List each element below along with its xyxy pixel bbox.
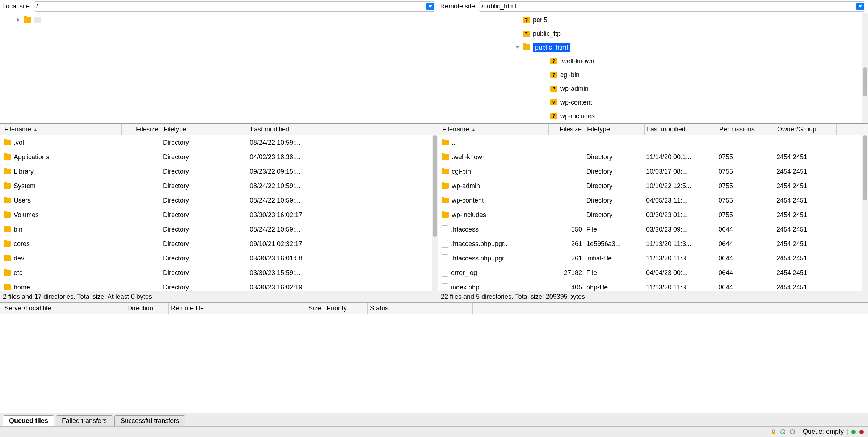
tree-item[interactable]: ?wp-includes [438,109,868,123]
tab-successful-transfers[interactable]: Successful transfers [114,415,185,426]
list-item[interactable]: error_log27182File04/04/23 00:...0644245… [438,266,868,280]
local-tree[interactable]: / [0,13,438,124]
list-item[interactable]: .htaccess550File03/30/23 09:...06442454 … [438,222,868,237]
local-col-filetype[interactable]: Filetype [161,124,248,135]
local-site-label: Local site: [2,3,31,10]
list-item[interactable]: wp-adminDirectory10/10/22 12:5...0755245… [438,179,868,193]
svg-point-2 [790,430,795,434]
tree-item[interactable]: ?wp-content [438,96,868,109]
owner: 2454 2451 [775,182,837,190]
list-item[interactable]: .htaccess.phpupgr..261initial-file11/13/… [438,251,868,266]
filetype: Directory [161,255,248,262]
queue-col-priority[interactable]: Priority [324,303,368,314]
expand-icon[interactable] [16,18,21,22]
list-item[interactable]: .volDirectory08/24/22 10:59:... [0,135,438,150]
list-item[interactable]: etcDirectory03/30/23 15:59:... [0,266,438,280]
list-item[interactable]: SystemDirectory08/24/22 10:59:... [0,179,438,193]
queue-headers[interactable]: Server/Local file Direction Remote file … [0,302,868,314]
filetype: Directory [161,182,248,190]
list-item[interactable]: index.php405php-file11/13/20 11:3...0644… [438,280,868,291]
modified: 11/13/20 11:3... [645,284,717,291]
filename: .well-known [452,153,486,161]
modified: 08/24/22 10:59:... [248,197,335,204]
tree-item[interactable]: ?cgi-bin [438,68,868,82]
list-item[interactable]: .well-knownDirectory11/14/20 00:1...0755… [438,150,868,164]
remote-scrollbar[interactable] [862,135,868,291]
filetype: Directory [585,211,645,219]
filename: Volumes [14,211,39,219]
tree-item[interactable]: public_html [438,41,868,54]
remote-site-label: Remote site: [440,3,477,10]
tree-item[interactable]: ?perl5 [438,13,868,27]
list-item[interactable]: .. [438,135,868,150]
filter-icon[interactable] [789,429,795,435]
list-item[interactable]: VolumesDirectory03/30/23 16:02:17 [0,208,438,222]
folder-selected-icon [34,17,41,23]
list-item[interactable]: binDirectory08/24/22 10:59:... [0,222,438,237]
list-item[interactable]: coresDirectory09/10/21 02:32:17 [0,237,438,251]
filename: wp-admin [452,182,480,190]
local-col-filename[interactable]: Filename▲ [2,124,122,135]
permissions: 0644 [717,255,775,262]
local-list-headers[interactable]: Filename▲ Filesize Filetype Last modifie… [0,124,438,135]
tree-item[interactable]: ?wp-admin [438,82,868,96]
list-item[interactable]: wp-includesDirectory03/30/23 01:...07552… [438,208,868,222]
modified: 08/24/22 10:59:... [248,226,335,233]
local-col-modified[interactable]: Last modified [248,124,335,135]
tree-label: wp-content [560,99,592,106]
list-item[interactable]: UsersDirectory08/24/22 10:59:... [0,193,438,208]
tab-queued-files[interactable]: Queued files [3,415,54,426]
folder-icon [442,140,449,145]
refresh-icon[interactable] [780,429,786,435]
tree-label: public_ftp [533,30,561,38]
lock-icon[interactable] [771,429,776,435]
local-path-dropdown-button[interactable] [426,3,434,10]
remote-col-owner[interactable]: Owner/Group [775,124,837,135]
list-item[interactable]: cgi-binDirectory10/03/17 08:...07552454 … [438,164,868,179]
remote-col-permissions[interactable]: Permissions [717,124,775,135]
remote-path-dropdown-button[interactable] [856,3,864,10]
queue-col-server[interactable]: Server/Local file [2,303,125,314]
collapse-icon[interactable] [515,46,520,49]
queue-col-status[interactable]: Status [368,303,473,314]
folder-icon [4,169,11,174]
list-item[interactable]: LibraryDirectory09/23/22 09:15:... [0,164,438,179]
tree-item[interactable]: ?public_ftp [438,27,868,41]
list-item[interactable]: ApplicationsDirectory04/02/23 18:38:... [0,150,438,164]
queue-col-remote[interactable]: Remote file [169,303,299,314]
local-scrollbar[interactable] [432,135,438,291]
remote-tree-scrollbar[interactable] [862,13,868,123]
remote-col-filename[interactable]: Filename▲ [440,124,549,135]
tree-label: public_html [533,43,570,52]
local-file-list[interactable]: .volDirectory08/24/22 10:59:...Applicati… [0,135,438,291]
folder-unknown-icon: ? [550,58,557,64]
tab-failed-transfers[interactable]: Failed transfers [56,415,113,426]
modified: 03/30/23 16:01:58 [248,255,335,262]
owner: 2454 2451 [775,255,837,262]
remote-col-filesize[interactable]: Filesize [549,124,585,135]
list-item[interactable]: homeDirectory03/30/23 16:02:19 [0,280,438,291]
owner: 2454 2451 [775,269,837,277]
queue-area[interactable] [0,314,868,413]
local-tree-root[interactable]: / [0,13,438,27]
remote-file-list[interactable]: ...well-knownDirectory11/14/20 00:1...07… [438,135,868,291]
filetype: File [585,269,645,277]
local-col-filesize[interactable]: Filesize [122,124,161,135]
remote-col-filetype[interactable]: Filetype [585,124,645,135]
remote-path-combo[interactable]: /public_html [479,1,865,12]
list-item[interactable]: wp-contentDirectory04/05/23 11:...075524… [438,193,868,208]
tree-item[interactable]: ?.well-known [438,54,868,68]
remote-list-headers[interactable]: Filename▲ Filesize Filetype Last modifie… [438,124,868,135]
filename: error_log [451,269,477,277]
local-path-combo[interactable]: / [34,1,435,12]
filetype: initial-file [585,255,645,262]
list-item[interactable]: devDirectory03/30/23 16:01:58 [0,251,438,266]
remote-col-modified[interactable]: Last modified [645,124,717,135]
list-item[interactable]: .htaccess.phpupgr..2611e5956a3...11/13/2… [438,237,868,251]
remote-tree[interactable]: ?perl5?public_ftppublic_html?.well-known… [438,13,868,124]
queue-col-direction[interactable]: Direction [125,303,169,314]
filename: Users [14,197,31,204]
queue-col-size[interactable]: Size [299,303,324,314]
modified: 04/05/23 11:... [645,197,717,204]
folder-icon [4,226,11,232]
